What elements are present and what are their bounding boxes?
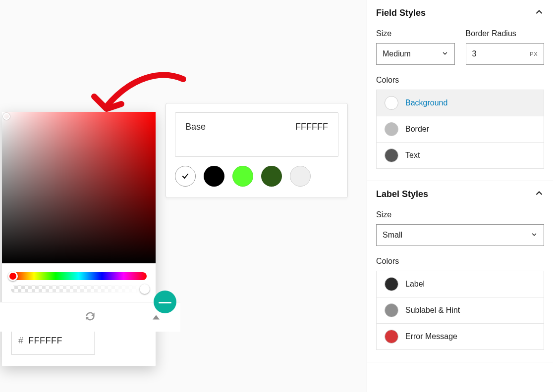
hash-prefix: # — [18, 336, 23, 346]
chevron-up-icon — [534, 188, 544, 200]
hex-value: FFFFFF — [28, 336, 62, 346]
saturation-cursor[interactable] — [3, 113, 10, 120]
color-row-label-color[interactable]: Label — [377, 271, 544, 297]
color-row-background[interactable]: Background — [377, 90, 544, 116]
color-row-border[interactable]: Border — [377, 116, 544, 143]
color-swatch — [385, 277, 398, 291]
base-color-box[interactable]: Base FFFFFF — [175, 112, 338, 157]
label-size-value: Small — [383, 231, 402, 240]
label-colors-list: Label Sublabel & Hint Error Message — [376, 271, 544, 350]
check-icon — [181, 172, 190, 181]
color-row-text[interactable]: Text — [377, 143, 544, 168]
color-swatch — [385, 330, 398, 343]
hue-handle[interactable] — [8, 271, 18, 281]
border-radius-label: Border Radius — [466, 29, 545, 38]
field-styles-panel: Field Styles Size Medium Border Radius — [367, 0, 553, 181]
color-swatch — [385, 96, 398, 110]
alpha-handle[interactable] — [140, 284, 150, 294]
color-swatch — [385, 148, 398, 162]
size-label: Size — [376, 29, 455, 38]
label-styles-panel: Label Styles Size Small Colors Label — [367, 181, 553, 362]
canvas-footer — [0, 302, 180, 332]
sync-icon — [84, 310, 97, 323]
color-swatch — [385, 122, 398, 136]
color-row-label: Label — [405, 280, 425, 289]
chevron-down-icon — [531, 231, 538, 240]
color-swatch — [385, 303, 398, 317]
field-size-value: Medium — [383, 49, 411, 58]
sidebar-scrollbar[interactable] — [367, 0, 367, 101]
panel-title: Label Styles — [376, 189, 428, 199]
color-row-label: Error Message — [405, 332, 457, 341]
border-radius-value: 3 — [472, 49, 477, 58]
collapse-toggle[interactable] — [153, 315, 160, 319]
panel-title: Field Styles — [376, 8, 426, 18]
preset-swatch[interactable] — [204, 166, 224, 187]
field-styles-header[interactable]: Field Styles — [367, 0, 553, 26]
saturation-brightness-area[interactable] — [2, 112, 156, 263]
settings-sidebar: Field Styles Size Medium Border Radius — [367, 0, 553, 392]
field-colors-list: Background Border Text — [376, 90, 544, 169]
color-row-label: Border — [405, 125, 429, 134]
chevron-up-icon — [534, 7, 544, 19]
color-row-sublabel[interactable]: Sublabel & Hint — [377, 297, 544, 324]
border-radius-input[interactable]: 3 PX — [466, 43, 545, 65]
colors-heading: Colors — [376, 76, 544, 85]
canvas-area: Hex # FFFFFF Base FFFFFF — [0, 0, 367, 392]
base-label: Base — [185, 122, 206, 147]
field-size-select[interactable]: Medium — [376, 43, 455, 65]
label-size-label: Size — [376, 210, 544, 219]
chevron-down-icon — [442, 50, 448, 58]
base-value: FFFFFF — [295, 122, 328, 147]
color-row-label: Sublabel & Hint — [405, 306, 460, 315]
color-row-label: Text — [405, 151, 420, 160]
colors-heading: Colors — [376, 257, 544, 266]
sync-button[interactable] — [84, 310, 97, 325]
preset-swatch[interactable] — [261, 166, 282, 187]
preset-swatch[interactable] — [175, 166, 196, 187]
label-styles-header[interactable]: Label Styles — [367, 181, 553, 207]
color-row-label: Background — [405, 98, 447, 107]
preset-swatch[interactable] — [232, 166, 253, 187]
preset-swatch[interactable] — [290, 166, 311, 187]
refresh-bubble[interactable] — [154, 291, 176, 313]
palette-card: Base FFFFFF — [166, 103, 348, 198]
preset-swatch-row — [166, 166, 347, 197]
hue-slider[interactable] — [11, 272, 147, 280]
label-size-select[interactable]: Small — [376, 224, 544, 246]
border-radius-unit: PX — [530, 51, 538, 57]
alpha-slider[interactable] — [11, 285, 147, 293]
color-row-error[interactable]: Error Message — [377, 324, 544, 349]
